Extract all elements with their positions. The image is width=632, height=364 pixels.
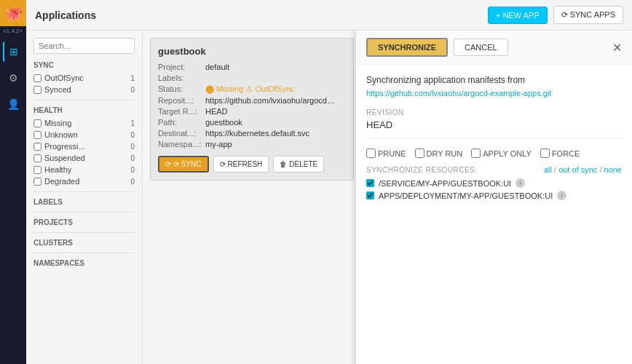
app-field-targetrev: Target R...: HEAD — [158, 107, 346, 116]
rp-sync-links: all out of sync none — [544, 165, 622, 174]
sidebar-nav: ⊞ ⚙ 👤 — [3, 41, 23, 114]
dry-run-label: DRY RUN — [427, 149, 463, 158]
force-label: FORCE — [552, 149, 580, 158]
sync-apps-button[interactable]: ⟳ SYNC APPS — [553, 6, 623, 24]
health-filter-title: HEALTH — [33, 106, 135, 114]
resource-service-label: /SERVICE/MY-APP/GUESTBOOK:UI — [379, 179, 511, 188]
apply-only-option[interactable]: APPLY ONLY — [471, 149, 532, 158]
filter-outofsynced-count: 1 — [130, 74, 135, 82]
dry-run-checkbox[interactable] — [415, 149, 424, 158]
app-field-ns-value: my-app — [205, 140, 232, 149]
prune-checkbox[interactable] — [366, 149, 376, 158]
apply-only-checkbox[interactable] — [471, 149, 481, 158]
sync-link-outofsync[interactable]: out of sync — [554, 165, 597, 174]
filter-synced: Synced 0 — [33, 85, 135, 94]
force-checkbox[interactable] — [540, 149, 550, 158]
resource-service-checkbox[interactable] — [366, 179, 374, 187]
filter-outofsynced-checkbox[interactable] — [33, 74, 42, 82]
app-field-labels-label: Labels: — [158, 74, 205, 82]
synchronize-button[interactable]: SYNCHRONIZE — [366, 38, 448, 57]
clusters-title: CLUSTERS — [33, 239, 135, 247]
app-card-title: guestbook — [158, 46, 346, 57]
resource-deployment-checkbox[interactable] — [366, 191, 374, 199]
filter-degraded: Degraded 0 — [33, 177, 135, 186]
close-button[interactable]: ✕ — [612, 41, 622, 55]
sidebar: 🐙 v1.4.2+ ⊞ ⚙ 👤 — [0, 0, 26, 364]
app-field-labels: Labels: — [158, 74, 346, 82]
filter-panel: SYNC OutOfSync 1 Synced 0 HEALTH Missing… — [26, 31, 143, 364]
filter-progressing: Progressi... 0 — [33, 142, 135, 151]
filter-outofsynced-label: OutOfSync — [44, 74, 84, 82]
search-input[interactable] — [33, 38, 135, 54]
sync-link-none[interactable]: none — [599, 165, 622, 174]
rp-revision-label: Revision — [366, 108, 622, 116]
sidebar-item-applications[interactable]: ⊞ — [3, 41, 23, 62]
prune-option[interactable]: PRUNE — [366, 149, 406, 158]
filter-healthy-label: Healthy — [44, 165, 71, 174]
app-field-repo-value: https://github.com/lvxiaohu/argocd-ex... — [205, 96, 336, 105]
filter-unknown-label: Unknown — [44, 130, 78, 139]
rp-repo-link[interactable]: https://github.com/lvxiaohu/argocd-examp… — [366, 89, 551, 98]
filter-progressing-checkbox[interactable] — [33, 143, 42, 151]
apply-only-label: APPLY ONLY — [483, 149, 532, 158]
resource-item-service: /SERVICE/MY-APP/GUESTBOOK:UI i — [366, 178, 622, 188]
sync-link-all[interactable]: all — [544, 165, 552, 174]
delete-icon: 🗑 — [280, 160, 287, 168]
app-field-targetrev-label: Target R...: — [158, 107, 205, 116]
filter-suspended-checkbox[interactable] — [33, 154, 42, 162]
new-app-button[interactable]: + NEW APP — [488, 7, 548, 24]
sync-icon: ⟳ — [165, 160, 171, 168]
filter-unknown-checkbox[interactable] — [33, 131, 42, 139]
refresh-btn-label: REFRESH — [228, 160, 263, 168]
filter-healthy-checkbox[interactable] — [33, 166, 42, 174]
filter-degraded-checkbox[interactable] — [33, 178, 42, 186]
resource-service-info-icon[interactable]: i — [516, 178, 525, 188]
rp-description: Synchronizing application manifests from — [366, 75, 622, 85]
app-field-path-label: Path: — [158, 118, 205, 127]
dry-run-option[interactable]: DRY RUN — [415, 149, 463, 158]
app-refresh-button[interactable]: ⟳ REFRESH — [213, 156, 269, 173]
version-label: v1.4.2+ — [4, 28, 23, 34]
filter-missing-checkbox[interactable] — [33, 119, 42, 127]
app-field-status: Status: ⬤ Missing ⚠ OutOfSync — [158, 84, 346, 94]
app-delete-button[interactable]: 🗑 DELETE — [273, 156, 324, 173]
cancel-button[interactable]: CANCEL — [454, 39, 508, 56]
avatar[interactable]: 🐙 — [0, 0, 26, 26]
content-row: SYNC OutOfSync 1 Synced 0 HEALTH Missing… — [26, 31, 632, 364]
missing-icon: ⬤ — [205, 84, 214, 93]
filter-synced-checkbox[interactable] — [33, 86, 42, 94]
sync-btn-label: ⟳ SYNC — [173, 160, 202, 168]
app-sync-button[interactable]: ⟳ ⟳ SYNC — [158, 156, 209, 173]
filter-degraded-label: Degraded — [44, 177, 79, 186]
app-card-actions: ⟳ ⟳ SYNC ⟳ REFRESH 🗑 DELETE — [158, 156, 346, 173]
filter-suspended-count: 0 — [130, 154, 135, 162]
app-field-dest-label: Destinat...: — [158, 129, 205, 138]
filter-missing-count: 1 — [130, 119, 135, 127]
filter-missing: Missing 1 — [33, 119, 135, 127]
app-field-repo: Reposit...: https://github.com/lvxiaohu/… — [158, 96, 346, 105]
projects-title: PROJECTS — [33, 218, 135, 226]
resource-item-deployment: APPS/DEPLOYMENT/MY-APP/GUESTBOOK:UI i — [366, 191, 622, 200]
main-content: Applications + NEW APP ⟳ SYNC APPS SYNC … — [26, 0, 632, 364]
app-field-path: Path: guestbook — [158, 118, 346, 127]
force-option[interactable]: FORCE — [540, 149, 580, 158]
sidebar-item-user[interactable]: 👤 — [3, 94, 23, 114]
filter-suspended: Suspended 0 — [33, 154, 135, 162]
refresh-icon: ⟳ — [220, 160, 226, 168]
app-field-status-label: Status: — [158, 84, 205, 94]
right-panel-body: Synchronizing application manifests from… — [356, 65, 632, 364]
filter-progressing-label: Progressi... — [44, 142, 85, 151]
labels-title: LABELS — [33, 198, 135, 206]
app-field-project-value: default — [205, 63, 229, 71]
app-field-dest-value: https://kubernetes.default.svc — [205, 129, 309, 138]
right-panel: SYNCHRONIZE CANCEL ✕ Synchronizing appli… — [355, 31, 632, 364]
rp-sync-resources-row: SYNCHRONIZE RESOURCES: all out of sync n… — [366, 165, 622, 174]
app-field-targetrev-value: HEAD — [205, 107, 228, 116]
resource-deployment-info-icon[interactable]: i — [557, 191, 566, 200]
app-field-path-value: guestbook — [205, 118, 242, 127]
prune-label: PRUNE — [378, 149, 406, 158]
sync-filter-title: SYNC — [33, 61, 135, 69]
sidebar-item-settings[interactable]: ⚙ — [3, 68, 23, 88]
filter-healthy-count: 0 — [130, 166, 135, 174]
page-title: Applications — [35, 9, 482, 21]
